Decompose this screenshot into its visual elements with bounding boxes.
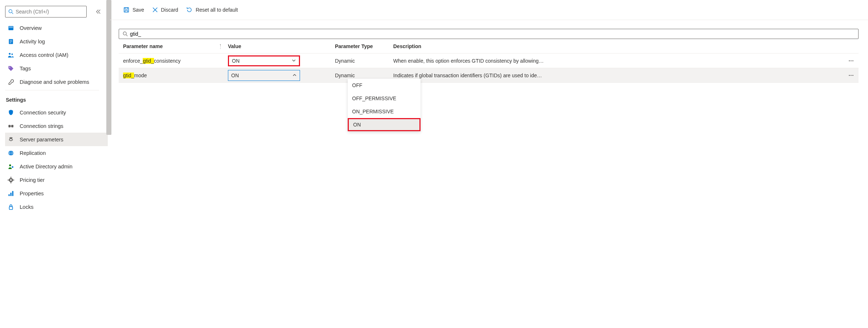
svg-rect-22: [11, 177, 11, 178]
save-label: Save: [133, 7, 144, 13]
toolbar: Save Discard Reset all to default: [109, 4, 868, 20]
sidebar: OverviewActivity logAccess control (IAM)…: [0, 0, 109, 328]
nav-label: Diagnose and solve problems: [20, 79, 89, 85]
gearg-icon: [7, 176, 15, 184]
value-select[interactable]: ON: [228, 70, 300, 81]
nav-item-active-directory-admin[interactable]: Active Directory admin: [5, 160, 108, 173]
collapse-sidebar-button[interactable]: [94, 7, 103, 16]
nav-label: Connection security: [20, 110, 66, 116]
bars-icon: [7, 190, 15, 197]
discard-button[interactable]: Discard: [149, 5, 182, 15]
svg-rect-12: [11, 125, 13, 127]
svg-point-14: [10, 138, 12, 140]
discard-label: Discard: [161, 7, 178, 13]
gear-icon: [7, 136, 15, 143]
svg-rect-24: [8, 179, 9, 180]
chevron-up-icon: [292, 73, 297, 78]
nav-label: Active Directory admin: [20, 164, 72, 169]
svg-point-9: [11, 53, 13, 55]
sidebar-search[interactable]: [5, 6, 87, 17]
save-icon: [123, 7, 130, 13]
nav-label: Server parameters: [20, 137, 63, 142]
nav-label: Activity log: [20, 39, 45, 44]
more-actions-button[interactable]: ···: [849, 58, 854, 64]
reset-button[interactable]: Reset all to default: [182, 4, 241, 15]
nav-item-overview[interactable]: Overview: [5, 21, 108, 35]
sort-icon[interactable]: ↑↓: [220, 44, 222, 49]
svg-rect-26: [8, 194, 9, 196]
reset-label: Reset all to default: [196, 7, 238, 13]
reset-icon: [186, 7, 193, 13]
more-actions-button[interactable]: ···: [849, 73, 854, 78]
nav-label: Pricing tier: [20, 177, 45, 183]
svg-point-10: [9, 67, 10, 67]
settings-header: Settings: [5, 90, 108, 106]
table-header: Parameter name ↑↓ Value Parameter Type D…: [119, 39, 859, 54]
nav-item-replication[interactable]: Replication: [5, 146, 108, 160]
conn-icon: [7, 122, 15, 130]
svg-rect-30: [124, 8, 129, 12]
nav-item-tags[interactable]: Tags: [5, 62, 108, 75]
svg-point-0: [9, 9, 12, 13]
dropdown-option-on_permissive[interactable]: ON_PERMISSIVE: [348, 105, 421, 118]
search-icon: [8, 9, 13, 14]
nav-item-diagnose-and-solve-problems[interactable]: Diagnose and solve problems: [5, 75, 108, 89]
param-description: Indicates if global transaction identifi…: [393, 73, 844, 78]
db-icon: [7, 24, 15, 32]
param-description: When enable, this option enforces GTID c…: [393, 58, 844, 64]
parameter-search[interactable]: [119, 29, 859, 39]
param-name: gtid_mode: [119, 73, 228, 78]
param-type: Dynamic: [335, 58, 393, 64]
nav-item-properties[interactable]: Properties: [5, 187, 108, 200]
tag-icon: [7, 65, 15, 72]
sidebar-search-input[interactable]: [16, 9, 83, 15]
nav-label: Locks: [20, 204, 33, 210]
save-button[interactable]: Save: [119, 4, 148, 15]
nav-item-locks[interactable]: Locks: [5, 200, 108, 214]
nav-item-connection-security[interactable]: Connection security: [5, 106, 108, 119]
search-icon: [123, 31, 128, 36]
lock-icon: [7, 203, 15, 211]
svg-rect-27: [10, 192, 11, 196]
col-type[interactable]: Parameter Type: [335, 43, 393, 49]
main-content: Save Discard Reset all to default Parame…: [109, 0, 868, 328]
value-text: ON: [232, 58, 240, 64]
svg-rect-3: [9, 26, 13, 28]
log-icon: [7, 38, 15, 45]
nav-label: Connection strings: [20, 123, 63, 129]
value-dropdown[interactable]: OFFOFF_PERMISSIVEON_PERMISSIVEON: [348, 79, 421, 131]
svg-rect-25: [13, 179, 14, 180]
svg-line-1: [12, 12, 13, 14]
nav-item-access-control-iam-[interactable]: Access control (IAM): [5, 48, 108, 62]
parameters-table: Parameter name ↑↓ Value Parameter Type D…: [119, 39, 859, 83]
col-value[interactable]: Value: [228, 43, 335, 49]
chevron-down-icon: [292, 58, 296, 64]
svg-rect-11: [8, 125, 11, 127]
nav-label: Access control (IAM): [20, 52, 68, 58]
dropdown-option-off_permissive[interactable]: OFF_PERMISSIVE: [348, 92, 421, 105]
nav-item-pricing-tier[interactable]: Pricing tier: [5, 173, 108, 187]
globe-icon: [7, 149, 15, 157]
table-row: enforce_gtid_consistencyONDynamicWhen en…: [119, 54, 859, 68]
x-icon: [152, 7, 158, 13]
param-name: enforce_gtid_consistency: [119, 58, 228, 64]
col-parameter-name[interactable]: Parameter name ↑↓: [119, 43, 228, 49]
dropdown-option-on[interactable]: ON: [348, 118, 421, 131]
value-text: ON: [231, 73, 239, 78]
nav-item-connection-strings[interactable]: Connection strings: [5, 119, 108, 133]
iam-icon: [7, 51, 15, 59]
svg-rect-32: [125, 11, 127, 12]
nav-item-server-parameters[interactable]: Server parameters: [5, 133, 108, 146]
svg-point-18: [9, 164, 11, 166]
col-description[interactable]: Description: [393, 43, 844, 49]
nav-label: Tags: [20, 66, 31, 71]
value-select[interactable]: ON: [228, 55, 300, 66]
shield-icon: [7, 109, 15, 116]
nav-label: Overview: [20, 25, 42, 31]
parameter-search-input[interactable]: [130, 31, 855, 37]
param-type: Dynamic: [335, 73, 393, 78]
nav-item-activity-log[interactable]: Activity log: [5, 35, 108, 48]
svg-rect-31: [125, 8, 127, 9]
svg-point-21: [10, 179, 12, 181]
dropdown-option-off[interactable]: OFF: [348, 79, 421, 92]
